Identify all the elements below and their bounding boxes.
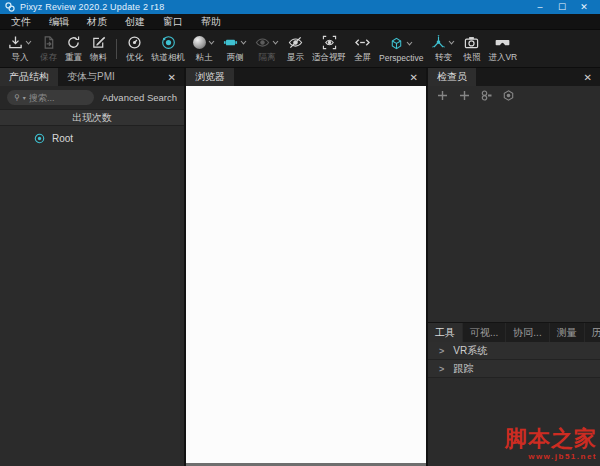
- chevron-down-icon: [448, 40, 455, 45]
- menu-edit[interactable]: 编辑: [40, 14, 78, 29]
- toolbar-orbit-camera-button[interactable]: 轨道相机: [148, 33, 188, 65]
- reset-icon: [66, 35, 81, 50]
- fit-view-icon: [322, 35, 337, 50]
- tool-group-label: VR系统: [453, 344, 487, 358]
- close-button[interactable]: ✕: [573, 0, 595, 14]
- tools-tabbar: 工具 可视... 协同... 测量 历史 ✕: [428, 322, 600, 342]
- two-sided-icon: [223, 35, 238, 50]
- toolbar-show-button[interactable]: 显示: [284, 33, 307, 65]
- node-icon: [34, 133, 45, 144]
- toolbar-clay-button[interactable]: 粘土: [190, 33, 218, 65]
- vr-headset-icon: [495, 35, 510, 50]
- inspector-toolbar: [428, 86, 600, 104]
- eye-off-icon: [288, 35, 303, 50]
- menu-help[interactable]: 帮助: [192, 14, 230, 29]
- tab-browser[interactable]: 浏览器: [186, 68, 234, 86]
- tree-item-root[interactable]: Root: [0, 130, 184, 147]
- import-icon: [8, 35, 23, 50]
- toolbar-divider: [116, 39, 117, 59]
- fullscreen-icon: [355, 35, 370, 50]
- tab-history[interactable]: 历史: [585, 323, 600, 342]
- advanced-search-link[interactable]: Advanced Search: [102, 92, 177, 103]
- menu-material[interactable]: 材质: [78, 14, 116, 29]
- toolbar-fit-view-button[interactable]: 适合视野: [309, 33, 349, 65]
- main-area: 产品结构 变体与PMI ✕ ⚲ ▾ Advanced Search 出现次数 R…: [0, 68, 600, 466]
- cube-icon: [389, 36, 404, 51]
- isolate-eye-icon: [255, 35, 270, 50]
- clay-sphere-icon: [193, 36, 206, 49]
- chevron-down-icon: [272, 40, 279, 45]
- tree-item-label: Root: [52, 133, 73, 144]
- gizmo-icon: [431, 35, 446, 50]
- inspector-panel: 检查员 ✕ 工具 可视... 协同... 测量 历史 ✕: [426, 68, 600, 466]
- link-icon[interactable]: [481, 90, 492, 101]
- chevron-down-icon: [240, 40, 247, 45]
- toolbar-two-sided-button[interactable]: 两侧: [220, 33, 250, 65]
- tool-group-label: 跟踪: [453, 362, 473, 376]
- search-input[interactable]: [29, 93, 87, 103]
- toolbar-snapshot-button[interactable]: 快照: [460, 33, 483, 65]
- window-title: Pixyz Review 2020.2 Update 2 r18: [20, 2, 164, 12]
- minimize-button[interactable]: –: [529, 0, 551, 14]
- tool-group-tracking[interactable]: > 跟踪: [428, 360, 600, 378]
- inspector-empty-area: [428, 104, 600, 322]
- menu-bar: 文件 编辑 材质 创建 窗口 帮助: [0, 14, 600, 30]
- chevron-down-icon: [208, 40, 215, 45]
- chevron-down-icon: [406, 41, 413, 46]
- toolbar-fullscreen-button[interactable]: 全屏: [351, 33, 374, 65]
- tab-inspector[interactable]: 检查员: [428, 68, 476, 86]
- toolbar-reset-button[interactable]: 重置: [62, 33, 85, 65]
- gauge-icon: [127, 35, 142, 50]
- toolbar-optimize-button[interactable]: 优化: [123, 33, 146, 65]
- toolbar-import-button[interactable]: 导入: [5, 33, 35, 65]
- toolbar-save-button[interactable]: 保存: [37, 33, 60, 65]
- orbit-camera-icon: [161, 35, 176, 50]
- search-filter-dropdown-icon[interactable]: ▾: [23, 95, 26, 101]
- inspector-tabbar: 检查员 ✕: [428, 68, 600, 86]
- toolbar-isolate-button[interactable]: 隔离: [252, 33, 282, 65]
- tab-variants-pmi[interactable]: 变体与PMI: [58, 68, 124, 86]
- chevron-down-icon: [25, 40, 32, 45]
- main-toolbar: 导入 保存 重置 物料 优化: [0, 30, 600, 68]
- toolbar-perspective-button[interactable]: Perspective: [376, 34, 426, 64]
- viewport-tabbar: 浏览器 ✕: [186, 68, 426, 86]
- add-icon[interactable]: [437, 90, 448, 101]
- structure-tree: Root: [0, 126, 184, 466]
- tab-product-structure[interactable]: 产品结构: [0, 68, 58, 86]
- toolbar-transform-button[interactable]: 转变: [428, 33, 458, 65]
- add-alt-icon[interactable]: [459, 90, 470, 101]
- search-row: ⚲ ▾ Advanced Search: [0, 86, 184, 109]
- toolbar-enter-vr-button[interactable]: 进入VR: [485, 33, 520, 65]
- chevron-right-icon[interactable]: >: [439, 346, 444, 356]
- edit-icon: [91, 35, 106, 50]
- viewport-3d-canvas[interactable]: [186, 86, 426, 466]
- save-icon: [41, 35, 56, 50]
- viewport-close-icon[interactable]: ✕: [402, 68, 426, 86]
- occurrences-button[interactable]: 出现次数: [0, 109, 184, 126]
- tab-measure[interactable]: 测量: [550, 323, 585, 342]
- tab-visibility[interactable]: 可视...: [463, 323, 506, 342]
- menu-window[interactable]: 窗口: [154, 14, 192, 29]
- search-icon: ⚲: [14, 94, 20, 102]
- left-panel-tabbar: 产品结构 变体与PMI ✕: [0, 68, 184, 86]
- inspector-close-icon[interactable]: ✕: [576, 68, 600, 86]
- product-structure-panel: 产品结构 变体与PMI ✕ ⚲ ▾ Advanced Search 出现次数 R…: [0, 68, 186, 466]
- pixyz-logo-icon: [5, 2, 15, 12]
- tool-group-vr-system[interactable]: > VR系统: [428, 342, 600, 360]
- menu-file[interactable]: 文件: [2, 14, 40, 29]
- chevron-right-icon[interactable]: >: [439, 364, 444, 374]
- viewport-panel: 浏览器 ✕: [186, 68, 426, 466]
- camera-icon: [464, 35, 479, 50]
- tab-tools[interactable]: 工具: [428, 323, 463, 342]
- app-window: Pixyz Review 2020.2 Update 2 r18 – ☐ ✕ 文…: [0, 0, 600, 466]
- search-box[interactable]: ⚲ ▾: [7, 90, 94, 105]
- toolbar-material-button[interactable]: 物料: [87, 33, 110, 65]
- left-panel-close-icon[interactable]: ✕: [160, 68, 184, 86]
- tools-empty-area: [428, 378, 600, 466]
- menu-create[interactable]: 创建: [116, 14, 154, 29]
- maximize-button[interactable]: ☐: [551, 0, 573, 14]
- title-bar: Pixyz Review 2020.2 Update 2 r18 – ☐ ✕: [0, 0, 600, 14]
- tab-collaboration[interactable]: 协同...: [506, 323, 549, 342]
- material-hexagon-icon[interactable]: [503, 90, 514, 101]
